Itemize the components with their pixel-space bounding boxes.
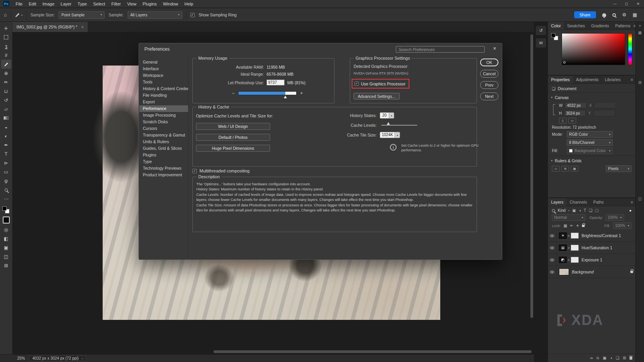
tab-paths[interactable]: Paths: [590, 198, 607, 206]
lock-position-icon[interactable]: ✛: [576, 224, 579, 228]
document-tab[interactable]: IMG_5002.jpg @ 25% (RGB/8*) * ✕: [12, 22, 88, 32]
lock-all-icon[interactable]: [582, 225, 585, 227]
layer-effects-icon[interactable]: fx: [596, 356, 599, 360]
shape-tool[interactable]: ▭: [1, 167, 11, 176]
tab-gradients[interactable]: Gradients: [588, 22, 612, 30]
sidebar-item-technology-previews[interactable]: Technology Previews: [139, 165, 188, 172]
history-states-select[interactable]: 20 ▾: [380, 112, 394, 119]
sidebar-item-tools[interactable]: Tools: [139, 79, 188, 85]
visibility-toggle[interactable]: [548, 242, 557, 254]
foreground-swatch[interactable]: [2, 206, 7, 211]
tab-libraries[interactable]: Libraries: [602, 76, 624, 83]
lock-paint-icon[interactable]: ✏: [570, 224, 573, 228]
tab-swatches[interactable]: Swatches: [564, 22, 588, 30]
preset-huge-button[interactable]: Huge Pixel Dimensions: [196, 145, 270, 152]
brush-tool[interactable]: ✏: [1, 78, 11, 87]
bell-icon[interactable]: [602, 13, 606, 17]
filter-adjustment-icon[interactable]: ◑: [578, 208, 581, 213]
menu-item-plugins[interactable]: Plugins: [139, 0, 160, 8]
y-field[interactable]: [593, 110, 615, 116]
marquee-tool[interactable]: [1, 33, 11, 42]
panel-dock-icon[interactable]: ⊞: [638, 80, 641, 85]
search-icon[interactable]: [612, 13, 616, 17]
vertical-scrollbar[interactable]: [530, 34, 533, 318]
menu-item-file[interactable]: File: [12, 0, 26, 8]
slider-minus-icon[interactable]: −: [232, 90, 235, 96]
rulers-toggle-button[interactable]: ▭: [552, 166, 560, 172]
new-adjustment-icon[interactable]: ◑: [610, 356, 612, 360]
sidebar-item-units-rulers[interactable]: Units & Rulers: [139, 138, 188, 145]
add-mask-icon[interactable]: ▣: [603, 356, 606, 360]
foreground-swatch[interactable]: [551, 33, 555, 37]
guides-toggle-button[interactable]: ▦: [571, 166, 578, 172]
zoom-tool[interactable]: [1, 185, 11, 194]
filter-type-icon[interactable]: T: [584, 208, 586, 213]
height-field[interactable]: 3024 px: [564, 110, 586, 116]
menu-item-filter[interactable]: Filter: [108, 0, 124, 8]
link-layers-icon[interactable]: ∞: [590, 356, 593, 360]
visibility-toggle[interactable]: [548, 254, 557, 266]
panel-dock-icon[interactable]: ◫: [638, 197, 642, 201]
opacity-select[interactable]: 100% ▾: [605, 214, 624, 221]
close-icon[interactable]: ✕: [632, 0, 644, 8]
ok-button[interactable]: OK: [480, 59, 498, 66]
eyedropper-preset-icon[interactable]: ▾: [15, 12, 22, 18]
landscape-orientation-button[interactable]: ▭: [568, 118, 576, 124]
sidebar-item-export[interactable]: Export: [139, 99, 188, 105]
x-field[interactable]: [594, 102, 616, 108]
prev-button[interactable]: Prev: [480, 81, 498, 89]
path-select-tool[interactable]: ⊳: [1, 158, 11, 167]
sidebar-item-plugins[interactable]: Plugins: [139, 152, 188, 158]
menu-item-window[interactable]: Window: [160, 0, 181, 8]
cache-levels-slider[interactable]: [381, 125, 417, 126]
visibility-toggle[interactable]: [548, 266, 557, 278]
share-button[interactable]: Share: [574, 11, 596, 18]
lasso-tool[interactable]: ʓ: [1, 42, 11, 51]
color-mode-select[interactable]: RGB Color ▾: [567, 131, 613, 138]
horizontal-scrollbar[interactable]: [213, 350, 532, 353]
layer-row[interactable]: ◩ 8 Exposure 1: [548, 254, 635, 266]
ram-amount-input[interactable]: [267, 80, 285, 85]
new-layer-icon[interactable]: ⊞: [623, 356, 626, 360]
menu-item-layer[interactable]: Layer: [57, 0, 75, 8]
grid-toggle-button[interactable]: ⊞: [561, 166, 569, 172]
sidebar-item-workspace[interactable]: Workspace: [139, 72, 188, 79]
sidebar-item-performance[interactable]: Performance: [139, 105, 188, 112]
layer-name[interactable]: Exposure 1: [582, 257, 602, 262]
sidebar-item-history-credentials[interactable]: History & Content Credentials: [139, 85, 188, 92]
panel-menu-icon[interactable]: ≡: [631, 200, 633, 204]
panel-menu-icon[interactable]: ≡: [631, 78, 633, 82]
canvas-section-header[interactable]: ▾ Canvas: [548, 94, 635, 101]
tab-properties[interactable]: Properties: [548, 76, 573, 83]
tab-color[interactable]: Color: [548, 22, 564, 30]
toolbar-extra-button[interactable]: ◫: [1, 252, 11, 261]
adjustment-thumbnail[interactable]: ◩: [559, 257, 567, 263]
eyedropper-tool[interactable]: [1, 60, 11, 69]
home-icon[interactable]: ⌂: [4, 12, 7, 18]
workspace-icon[interactable]: ▦: [633, 12, 637, 18]
adjustment-thumbnail[interactable]: ▤: [559, 245, 567, 251]
ram-slider-thumb[interactable]: [284, 96, 287, 98]
menu-item-type[interactable]: Type: [75, 0, 90, 8]
maximize-icon[interactable]: ◻: [621, 0, 632, 8]
zoom-level[interactable]: 25%: [17, 356, 25, 360]
next-button[interactable]: Next: [480, 92, 498, 100]
lock-transparent-icon[interactable]: ▦: [564, 224, 567, 228]
document-info[interactable]: 4032 px x 3024 px (72 ppi) ›: [29, 355, 86, 361]
use-gpu-checkbox[interactable]: ✓: [354, 82, 359, 86]
menu-item-view[interactable]: View: [124, 0, 140, 8]
preset-web-button[interactable]: Web / UI Design: [196, 123, 270, 130]
sidebar-item-cursors[interactable]: Cursors: [139, 125, 188, 132]
hue-slider[interactable]: [628, 33, 632, 65]
layer-name[interactable]: Hue/Saturation 1: [582, 245, 612, 250]
layer-name[interactable]: Background: [572, 270, 594, 274]
workspace-icon[interactable]: ▦: [638, 30, 642, 35]
sidebar-item-product-improvement[interactable]: Product Improvement: [139, 172, 188, 178]
history-panel-button[interactable]: ↺: [536, 26, 546, 35]
adjustment-thumbnail[interactable]: ☀: [559, 232, 567, 239]
gear-icon[interactable]: ⚙: [622, 12, 626, 18]
bit-depth-select[interactable]: 8 Bits/Channel ▾: [567, 139, 613, 146]
sidebar-item-general[interactable]: General: [139, 59, 188, 66]
sidebar-item-scratch-disks[interactable]: Scratch Disks: [139, 119, 188, 125]
sample-size-select[interactable]: Point Sample ▾: [59, 11, 105, 19]
